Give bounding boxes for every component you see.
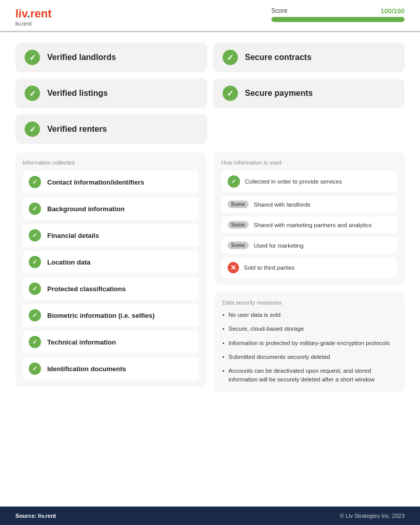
badge-some-used-marketing: Some [228,241,249,249]
feature-label-verified-landlords: Verified landlords [47,53,116,62]
check-icon-verified-renters [25,122,40,137]
how-info-item-used-marketing: Some Used for marketing [222,237,398,254]
how-info-item-sold: Sold to third parties [222,257,398,278]
how-info-title: How information is used [222,159,398,166]
info-item-label-protected: Protected classifications [47,285,126,293]
check-icon-location [29,256,41,268]
security-item-2: Secure, cloud-based storage [223,325,397,333]
main-content: Verified landlords Secure contracts Veri… [0,32,420,402]
how-info-text-used-marketing: Used for marketing [254,243,304,249]
info-collected-title: Information collected [23,159,199,166]
badge-some-landlords: Some [228,200,249,208]
info-item-label-identification: Identification documents [47,365,126,373]
x-icon-sold [228,262,239,273]
info-item-label-financial: Financial details [47,232,99,239]
score-area: Score 100/100 [271,7,405,22]
logo-sub: liv.rent [15,21,52,27]
footer-copyright: © Liv Strategies Inc. 2023 [340,513,405,519]
security-item-5: Accounts can be deactivated upon request… [223,367,397,385]
footer-source-label: Source: [15,513,36,519]
feature-secure-contracts: Secure contracts [213,43,405,72]
info-item-technical: Technical information [23,331,199,353]
feature-label-verified-listings: Verified listings [47,89,108,98]
security-title: Data security measures [223,299,397,306]
info-item-label-contact: Contact information/identifiers [47,178,144,186]
info-item-background: Background information [23,197,199,220]
security-item-1: No user data is sold [223,311,397,319]
score-label: Score [271,7,287,15]
info-item-financial: Financial details [23,224,199,247]
logo-main: liv.rent [15,7,52,21]
feature-verified-landlords: Verified landlords [15,43,207,72]
info-item-label-biometric: Biometric information (i.e. selfies) [47,312,155,319]
top-features-grid: Verified landlords Secure contracts Veri… [15,43,405,144]
footer-source-value: liv.rent [38,513,56,519]
check-icon-financial [29,229,41,241]
check-icon-verified-landlords [25,50,40,65]
info-item-label-background: Background information [47,205,125,213]
info-item-contact: Contact information/identifiers [23,171,199,193]
check-icon-biometric [29,309,41,321]
logo-area: liv.rent liv.rent [15,7,52,27]
footer: Source: liv.rent © Liv Strategies Inc. 2… [0,507,420,525]
how-info-item-provide: Collected in order to provide services [222,171,398,192]
check-icon-identification [29,362,41,375]
check-icon-background [29,203,41,215]
score-bar-fill [271,17,405,22]
check-icon-secure-contracts [223,50,238,65]
how-info-text-marketing-partners: Shared with marketing partners and analy… [254,222,372,228]
security-item-4: Submitted documents securely deleted [223,353,397,361]
how-info-item-landlords: Some Shared with landlords [222,196,398,213]
check-icon-secure-payments [223,86,238,101]
score-label-row: Score 100/100 [271,7,405,15]
check-icon-technical [29,336,41,348]
info-collected-box: Information collected Contact informatio… [15,152,206,387]
footer-source: Source: liv.rent [15,513,56,519]
how-info-text-sold: Sold to third parties [244,265,295,271]
badge-some-marketing-partners: Some [228,221,249,229]
how-info-box: How information is used Collected in ord… [214,152,405,285]
score-value: 100/100 [381,7,405,15]
info-item-protected: Protected classifications [23,277,199,300]
feature-label-secure-contracts: Secure contracts [245,53,312,62]
how-info-text-provide: Collected in order to provide services [245,178,342,185]
how-info-text-landlords: Shared with landlords [254,201,311,208]
check-icon-protected [29,282,41,295]
info-item-biometric: Biometric information (i.e. selfies) [23,304,199,327]
score-bar-background [271,17,405,22]
feature-secure-payments: Secure payments [213,78,405,108]
feature-label-verified-renters: Verified renters [47,125,107,134]
check-icon-contact [29,176,41,188]
info-item-label-technical: Technical information [47,338,116,346]
info-item-label-location: Location data [47,258,91,266]
info-item-location: Location data [23,251,199,273]
security-item-3: Information is protected by military-gra… [223,339,397,348]
header: liv.rent liv.rent Score 100/100 [0,0,420,32]
security-list: No user data is sold Secure, cloud-based… [223,311,397,385]
bottom-grid: Information collected Contact informatio… [15,152,405,392]
feature-verified-listings: Verified listings [15,78,207,108]
security-box: Data security measures No user data is s… [214,292,405,392]
check-icon-provide [228,175,240,188]
feature-verified-renters: Verified renters [15,114,207,144]
feature-label-secure-payments: Secure payments [245,89,313,98]
check-icon-verified-listings [25,86,40,101]
right-column: How information is used Collected in ord… [214,152,405,392]
how-info-item-marketing-partners: Some Shared with marketing partners and … [222,216,398,233]
info-item-identification: Identification documents [23,357,199,380]
